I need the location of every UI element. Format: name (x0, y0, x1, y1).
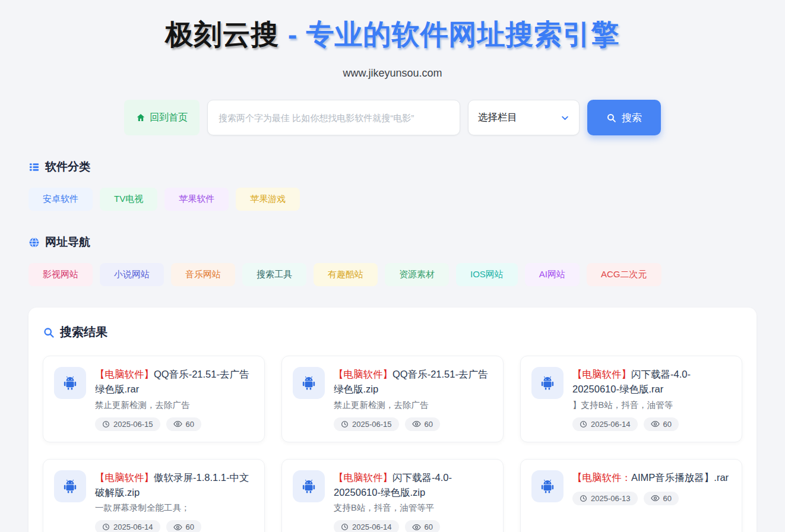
results-grid: 【电脑软件】QQ音乐-21.51-去广告绿色版.rar 禁止更新检测，去除广告 … (43, 356, 742, 532)
category-tag-apple-software[interactable]: 苹果软件 (164, 188, 229, 211)
result-title: 【电脑软件】闪下载器-4.0-20250610-绿色版.rar (572, 367, 731, 397)
views-badge: 60 (405, 520, 440, 532)
eye-icon (651, 420, 660, 428)
site-navigation-header: 网址导航 (29, 235, 756, 250)
globe-icon (29, 237, 40, 248)
eye-icon (173, 524, 182, 531)
result-title-text: AIMP音乐播放器】.rar (631, 472, 729, 483)
result-title-prefix: 【电脑软件】 (95, 369, 154, 379)
results-search-icon (43, 327, 55, 338)
result-title: 【电脑软件】QQ音乐-21.51-去广告绿色版.rar (95, 367, 254, 397)
result-card-body: 【电脑软件】QQ音乐-21.51-去广告绿色版.zip 禁止更新检测，去除广告 … (334, 367, 492, 431)
views-badge: 60 (166, 417, 201, 431)
date-value: 2025-06-13 (591, 494, 631, 503)
clock-icon (580, 495, 587, 502)
result-title: 【电脑软件】傲软录屏-1.8.1.1-中文破解版.zip (95, 470, 254, 500)
nav-tag-search-tools[interactable]: 搜索工具 (242, 263, 306, 286)
search-results-panel: 搜索结果 【电脑软件】QQ音乐-21.51-去广告绿色版.rar 禁止更新检测，… (29, 308, 756, 532)
nav-tag-music[interactable]: 音乐网站 (171, 263, 235, 286)
search-results-title: 搜索结果 (60, 324, 107, 340)
views-value: 60 (663, 420, 672, 429)
result-card[interactable]: 【电脑软件】闪下载器-4.0-20250610-绿色版.rar 】支持B站，抖音… (520, 356, 742, 442)
android-icon (54, 470, 86, 502)
nav-tag-novels[interactable]: 小说网站 (100, 263, 164, 286)
result-meta: 2025-06-14 60 (572, 417, 731, 431)
result-title-prefix: 【电脑软件】 (95, 472, 154, 483)
result-description: 一款屏幕录制全能工具； (95, 502, 254, 514)
nav-tag-ai[interactable]: AI网站 (525, 263, 580, 286)
nav-tag-resources[interactable]: 资源素材 (385, 263, 449, 286)
home-button[interactable]: 回到首页 (124, 100, 200, 135)
search-bar: 回到首页 选择栏目 搜索 (0, 100, 785, 135)
software-categories-section: 软件分类 安卓软件 TV电视 苹果软件 苹果游戏 (29, 159, 756, 211)
nav-tag-ios[interactable]: IOS网站 (456, 263, 518, 286)
clock-icon (102, 420, 110, 428)
views-value: 60 (663, 494, 672, 503)
result-card[interactable]: 【电脑软件】闪下载器-4.0-20250610-绿色版.zip 支持B站，抖音，… (281, 459, 504, 532)
site-url: www.jikeyunsou.com (0, 67, 785, 80)
search-button-label: 搜索 (622, 111, 642, 125)
views-badge: 60 (644, 492, 679, 505)
result-card[interactable]: 【电脑软件】QQ音乐-21.51-去广告绿色版.rar 禁止更新检测，去除广告 … (43, 356, 265, 442)
clock-icon (341, 420, 349, 428)
result-card[interactable]: 【电脑软件】QQ音乐-21.51-去广告绿色版.zip 禁止更新检测，去除广告 … (281, 356, 504, 442)
nav-tag-movies[interactable]: 影视网站 (29, 263, 93, 286)
date-badge: 2025-06-14 (572, 417, 638, 431)
views-badge: 60 (405, 417, 440, 431)
result-meta: 2025-06-15 60 (334, 417, 492, 431)
eye-icon (412, 524, 421, 531)
date-value: 2025-06-15 (352, 420, 392, 429)
nav-tag-fun-sites[interactable]: 有趣酷站 (314, 263, 378, 286)
date-badge: 2025-06-13 (572, 492, 638, 505)
result-card-body: 【电脑软件】QQ音乐-21.51-去广告绿色版.rar 禁止更新检测，去除广告 … (95, 367, 254, 431)
site-navigation-title: 网址导航 (45, 235, 90, 250)
result-title: 【电脑软件：AIMP音乐播放器】.rar (572, 470, 731, 485)
clock-icon (341, 523, 349, 531)
date-value: 2025-06-14 (591, 420, 631, 429)
category-select-value: 选择栏目 (478, 111, 517, 124)
android-icon (531, 470, 564, 502)
result-card[interactable]: 【电脑软件：AIMP音乐播放器】.rar 2025-06-13 60 (520, 459, 742, 532)
site-navigation-tags: 影视网站 小说网站 音乐网站 搜索工具 有趣酷站 资源素材 IOS网站 AI网站… (29, 263, 756, 286)
software-categories-title: 软件分类 (45, 159, 90, 175)
software-categories-header: 软件分类 (29, 159, 756, 175)
date-badge: 2025-06-15 (95, 417, 160, 431)
clock-icon (580, 420, 587, 428)
search-input[interactable] (207, 100, 460, 135)
hero-header: 极刻云搜 - 专业的软件网址搜索引擎 www.jikeyunsou.com (0, 0, 785, 80)
category-tag-tv[interactable]: TV电视 (100, 188, 157, 211)
result-meta: 2025-06-14 60 (334, 520, 492, 532)
android-icon (293, 470, 325, 502)
software-category-tags: 安卓软件 TV电视 苹果软件 苹果游戏 (29, 188, 756, 211)
home-icon (136, 113, 145, 122)
date-value: 2025-06-15 (113, 420, 153, 429)
page-title-brand: 极刻云搜 (166, 18, 280, 50)
result-description: 】支持B站，抖音，油管等 (572, 400, 731, 411)
category-tag-apple-games[interactable]: 苹果游戏 (236, 188, 300, 211)
result-card-body: 【电脑软件】傲软录屏-1.8.1.1-中文破解版.zip 一款屏幕录制全能工具；… (95, 470, 254, 532)
date-badge: 2025-06-14 (95, 520, 160, 532)
home-button-label: 回到首页 (150, 112, 188, 124)
result-meta: 2025-06-13 60 (572, 492, 731, 505)
views-value: 60 (186, 420, 194, 429)
result-card-body: 【电脑软件】闪下载器-4.0-20250610-绿色版.zip 支持B站，抖音，… (334, 470, 492, 532)
site-navigation-section: 网址导航 影视网站 小说网站 音乐网站 搜索工具 有趣酷站 资源素材 IOS网站… (29, 235, 756, 286)
date-value: 2025-06-14 (352, 522, 392, 531)
views-value: 60 (425, 420, 433, 429)
result-title-prefix: 【电脑软件】 (572, 369, 631, 379)
android-icon (293, 367, 325, 399)
date-value: 2025-06-14 (113, 522, 153, 531)
search-button[interactable]: 搜索 (587, 100, 661, 135)
views-badge: 60 (644, 417, 679, 431)
date-badge: 2025-06-15 (334, 417, 399, 431)
result-card-body: 【电脑软件：AIMP音乐播放器】.rar 2025-06-13 60 (572, 470, 731, 532)
result-card[interactable]: 【电脑软件】傲软录屏-1.8.1.1-中文破解版.zip 一款屏幕录制全能工具；… (43, 459, 265, 532)
category-tag-android[interactable]: 安卓软件 (29, 188, 93, 211)
views-value: 60 (186, 522, 194, 531)
search-icon (606, 113, 616, 123)
clock-icon (102, 523, 110, 531)
result-title: 【电脑软件】闪下载器-4.0-20250610-绿色版.zip (334, 470, 492, 500)
category-select[interactable]: 选择栏目 (468, 100, 580, 135)
nav-tag-acg[interactable]: ACG二次元 (587, 263, 661, 286)
result-title-prefix: 【电脑软件： (572, 472, 631, 483)
